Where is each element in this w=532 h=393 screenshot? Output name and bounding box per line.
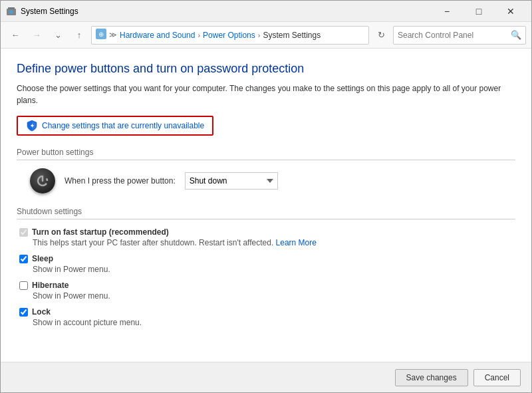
svg-point-2	[9, 10, 13, 14]
sleep-label: Sleep	[32, 254, 53, 263]
sleep-checkbox[interactable]	[19, 255, 28, 263]
fast-startup-label-row: Turn on fast startup (recommended)	[19, 227, 515, 237]
svg-text:✦: ✦	[30, 123, 35, 129]
fast-startup-checkbox[interactable]	[19, 228, 28, 237]
setting-fast-startup: Turn on fast startup (recommended) This …	[17, 227, 515, 249]
page-description: Choose the power settings that you want …	[17, 82, 515, 106]
close-button[interactable]: ✕	[495, 1, 526, 22]
refresh-button[interactable]: ↻	[372, 26, 390, 45]
breadcrumb-separator-2: ›	[198, 31, 200, 39]
maximize-button[interactable]: □	[464, 1, 494, 22]
search-button[interactable]: 🔍	[507, 26, 525, 45]
power-button-section-header: Power button settings	[17, 148, 515, 160]
change-settings-label: Change settings that are currently unava…	[42, 121, 204, 130]
cancel-button[interactable]: Cancel	[473, 369, 521, 386]
breadcrumb-separator-3: ›	[258, 31, 261, 39]
lock-desc: Show in account picture menu.	[19, 317, 515, 328]
save-changes-button[interactable]: Save changes	[395, 369, 468, 386]
hibernate-checkbox[interactable]	[19, 281, 28, 290]
shutdown-settings: Shutdown settings Turn on fast startup (…	[17, 207, 515, 328]
recent-locations-button[interactable]: ⌄	[49, 26, 67, 45]
up-button[interactable]: ↑	[70, 26, 88, 45]
setting-lock: Lock Show in account picture menu.	[17, 307, 515, 328]
address-bar: ← → ⌄ ↑ ⊕ ≫ Hardware and Sound › Power O…	[1, 22, 531, 49]
shutdown-section-header: Shutdown settings	[17, 207, 515, 219]
setting-hibernate: Hibernate Show in Power menu.	[17, 281, 515, 302]
address-right: ↻ 🔍	[372, 26, 526, 45]
back-button[interactable]: ←	[6, 26, 25, 45]
change-settings-button[interactable]: ✦ Change settings that are currently una…	[17, 116, 213, 136]
hibernate-label-row: Hibernate	[19, 281, 515, 290]
search-box: 🔍	[393, 26, 526, 45]
window-controls: − □ ✕	[432, 1, 526, 22]
breadcrumb: ⊕ ≫ Hardware and Sound › Power Options ›…	[91, 26, 369, 45]
svg-rect-1	[8, 7, 15, 9]
title-bar: System Settings − □ ✕	[1, 1, 531, 22]
shield-icon: ✦	[26, 120, 38, 132]
power-action-dropdown[interactable]: Shut down Sleep Hibernate Turn off the d…	[185, 172, 278, 190]
page-title: Define power buttons and turn on passwor…	[17, 62, 515, 76]
hibernate-desc: Show in Power menu.	[19, 290, 515, 302]
power-button-row: When I press the power button: Shut down…	[17, 168, 515, 194]
breadcrumb-power-options[interactable]: Power Options	[203, 31, 255, 40]
fast-startup-desc: This helps start your PC faster after sh…	[19, 237, 515, 249]
system-settings-window: System Settings − □ ✕ ← → ⌄ ↑ ⊕ ≫ Hardwa…	[0, 0, 532, 393]
sleep-label-row: Sleep	[19, 254, 515, 263]
lock-label-row: Lock	[19, 307, 515, 317]
breadcrumb-separator-1: ≫	[109, 31, 117, 39]
search-input[interactable]	[394, 31, 507, 40]
sleep-desc: Show in Power menu.	[19, 263, 515, 275]
minimize-button[interactable]: −	[432, 1, 462, 22]
content-area: Define power buttons and turn on passwor…	[1, 49, 531, 362]
power-button-label: When I press the power button:	[65, 176, 176, 186]
lock-label: Lock	[32, 307, 51, 317]
setting-sleep: Sleep Show in Power menu.	[17, 254, 515, 275]
breadcrumb-current: System Settings	[263, 31, 321, 40]
fast-startup-label: Turn on fast startup (recommended)	[32, 227, 169, 237]
breadcrumb-home-icon: ⊕	[96, 29, 106, 41]
fast-startup-learn-more[interactable]: Learn More	[276, 238, 317, 247]
hibernate-label: Hibernate	[32, 281, 68, 290]
window-title: System Settings	[21, 7, 432, 16]
lock-checkbox[interactable]	[19, 308, 28, 317]
window-icon	[6, 6, 17, 17]
forward-button[interactable]: →	[27, 26, 46, 45]
breadcrumb-hardware[interactable]: Hardware and Sound	[120, 31, 195, 40]
power-icon	[30, 168, 55, 194]
svg-text:⊕: ⊕	[98, 31, 104, 38]
footer: Save changes Cancel	[1, 362, 531, 392]
